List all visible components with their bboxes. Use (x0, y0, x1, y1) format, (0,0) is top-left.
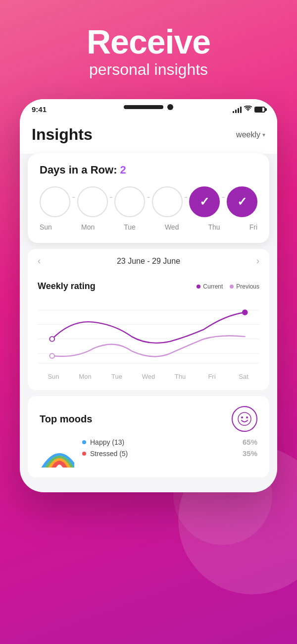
day-item-tue (114, 186, 145, 217)
insights-header: Insights weekly ▾ (20, 117, 277, 154)
chart-legend: Current Previous (197, 283, 259, 290)
day-label-fri: Fri (249, 223, 257, 231)
day-item-wed (152, 186, 183, 217)
mood-dot-stressed (82, 452, 86, 456)
phone-time: 9:41 (32, 105, 47, 114)
weekly-chart-svg (38, 299, 259, 369)
moods-title: Top moods (40, 413, 92, 425)
phone-status-bar: 9:41 (20, 99, 277, 117)
phone-status-icons (233, 106, 265, 113)
mood-item-stressed: Stressed (5) 35% (82, 449, 257, 458)
day-sep-4: - (184, 191, 188, 203)
day-label-mon: Mon (81, 223, 95, 231)
day-circle-fri: ✓ (227, 186, 257, 217)
chart-label-fri: Fri (196, 373, 228, 380)
day-sep-1: - (72, 191, 75, 203)
svg-point-7 (243, 310, 248, 315)
next-arrow[interactable]: › (256, 256, 259, 266)
legend-previous: Previous (230, 283, 259, 290)
date-range: 23 June - 29 June (117, 257, 180, 266)
mood-percent-stressed: 35% (243, 449, 257, 458)
chart-label-sun: Sun (38, 373, 69, 380)
chart-area (38, 299, 259, 369)
date-navigation: ‹ 23 June - 29 June › (28, 249, 269, 273)
day-circle-mon (77, 186, 108, 217)
day-sep-3: - (147, 191, 150, 203)
svg-point-9 (241, 416, 243, 418)
mood-label-happy: Happy (13) (90, 438, 124, 446)
day-circle-wed (152, 186, 183, 217)
day-circle-thu: ✓ (189, 186, 220, 217)
phone-notch (124, 99, 173, 110)
check-icon-thu: ✓ (199, 195, 209, 209)
legend-dot-previous (230, 285, 234, 289)
day-labels-row: Sun Mon Tue Wed Thu Fri (40, 223, 257, 231)
day-circle-tue (114, 186, 145, 217)
day-sep-2: - (109, 191, 113, 203)
mood-emoji-icon[interactable] (232, 406, 257, 432)
chevron-down-icon: ▾ (262, 131, 265, 138)
battery-icon (254, 107, 265, 113)
chart-label-wed: Wed (133, 373, 164, 380)
chart-label-mon: Mon (69, 373, 101, 380)
mood-rainbow-graphic (40, 438, 74, 468)
day-label-sun: Sun (40, 223, 52, 231)
mood-percent-happy: 65% (243, 438, 257, 446)
insights-title: Insights (32, 125, 93, 144)
day-item-thu: ✓ (189, 186, 220, 217)
legend-current: Current (197, 283, 223, 290)
battery-fill (255, 108, 262, 112)
header-section: Receive personal insights (0, 0, 297, 94)
legend-current-label: Current (203, 283, 223, 290)
period-label: weekly (236, 130, 260, 139)
period-dropdown[interactable]: weekly ▾ (236, 130, 265, 139)
phone-mockup: 9:41 (20, 99, 277, 492)
phone-pill (124, 105, 163, 109)
days-in-row-card: Days in a Row: 2 - - - - (28, 154, 269, 243)
day-circle-sun (40, 186, 70, 217)
svg-point-10 (246, 416, 248, 418)
chart-label-thu: Thu (164, 373, 196, 380)
day-label-wed: Wed (165, 223, 179, 231)
day-label-thu: Thu (208, 223, 220, 231)
moods-list: Happy (13) 65% Stressed (5) 35% (82, 438, 257, 468)
check-icon-fri: ✓ (237, 195, 247, 209)
svg-point-6 (50, 337, 54, 342)
header-subtitle: personal insights (0, 60, 297, 79)
day-sep-5: - (222, 191, 225, 203)
chart-label-sat: Sat (228, 373, 259, 380)
day-item-fri: ✓ (227, 186, 257, 217)
days-in-row-count: 2 (120, 164, 126, 176)
mood-item-happy: Happy (13) 65% (82, 438, 257, 446)
day-label-tue: Tue (124, 223, 136, 231)
chart-title: Weekly rating (38, 281, 96, 292)
chart-card: Weekly rating Current Previous (28, 273, 269, 390)
svg-point-8 (238, 412, 251, 425)
chart-x-labels: Sun Mon Tue Wed Thu Fri Sat (38, 373, 259, 380)
days-in-row-title: Days in a Row: 2 (40, 164, 257, 176)
moods-content: Happy (13) 65% Stressed (5) 35% (40, 438, 257, 468)
chart-header: Weekly rating Current Previous (38, 281, 259, 292)
moods-header: Top moods (40, 406, 257, 432)
day-item-mon (77, 186, 108, 217)
header-title: Receive (0, 25, 297, 59)
svg-point-5 (50, 353, 54, 358)
legend-previous-label: Previous (236, 283, 259, 290)
legend-dot-current (197, 285, 200, 289)
mood-dot-happy (82, 440, 86, 444)
signal-icon (233, 106, 242, 113)
prev-arrow[interactable]: ‹ (38, 256, 41, 266)
phone-camera (167, 104, 173, 110)
mood-label-stressed: Stressed (5) (90, 450, 128, 458)
day-circles-row: - - - - ✓ - (40, 186, 257, 217)
wifi-icon (244, 106, 252, 113)
chart-label-tue: Tue (101, 373, 133, 380)
day-item-sun (40, 186, 70, 217)
top-moods-card: Top moods (28, 396, 269, 477)
